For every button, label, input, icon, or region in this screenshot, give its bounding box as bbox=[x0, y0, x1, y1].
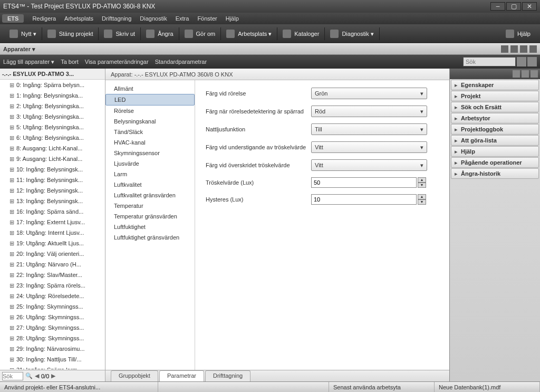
tree-item[interactable]: 28: Utgång: Skymningss... bbox=[0, 333, 105, 343]
accordion-item[interactable]: Projekt bbox=[451, 91, 539, 101]
tree-item[interactable]: 2: Utgång: Belysningska... bbox=[0, 101, 105, 111]
tree-item[interactable]: 31: Ingång: Spärra larm - bbox=[0, 365, 105, 369]
accordion-item[interactable]: Sök och Ersätt bbox=[451, 102, 539, 112]
search-opts-icon[interactable] bbox=[527, 57, 537, 66]
panel-close-icon[interactable] bbox=[529, 45, 537, 53]
tree-item[interactable]: 8: Ausgang: Licht-Kanal... bbox=[0, 143, 105, 154]
category-item[interactable]: Allmänt bbox=[105, 83, 195, 94]
arrow-left-icon[interactable] bbox=[522, 70, 529, 78]
category-item[interactable]: Tänd/Släck bbox=[105, 127, 195, 137]
minimize-button[interactable]: – bbox=[490, 2, 505, 11]
tree-item[interactable]: 0: Ingång: Spärra belysn... bbox=[0, 80, 105, 90]
search-go-icon[interactable] bbox=[517, 57, 526, 66]
arbetsplats-button[interactable]: Arbetsplats ▾ bbox=[221, 27, 277, 40]
arrow-right-icon[interactable] bbox=[531, 70, 538, 78]
menu-drifttagning[interactable]: Drifttagning bbox=[98, 14, 136, 23]
farg-sparrad-dropdown[interactable]: Röd bbox=[311, 106, 427, 117]
layout2-icon[interactable] bbox=[510, 45, 518, 53]
tree-item[interactable]: 6: Utgång: Belysningska... bbox=[0, 132, 105, 143]
tree-item[interactable]: 29: Ingång: Närvarosimu... bbox=[0, 343, 105, 354]
farg-under-dropdown[interactable]: Vitt bbox=[311, 141, 427, 153]
accordion-item[interactable]: Att göra-lista bbox=[451, 135, 539, 146]
tab-parametrar[interactable]: Parametrar bbox=[159, 370, 204, 381]
hysteres-input[interactable] bbox=[311, 194, 417, 205]
tree-item[interactable]: 20: Ingång: Välj orienteri... bbox=[0, 248, 105, 259]
stang-projekt-button[interactable]: Stäng projekt bbox=[42, 27, 99, 40]
kataloger-button[interactable]: Kataloger bbox=[277, 27, 325, 40]
tree-item[interactable]: 26: Utgång: Skymningss... bbox=[0, 312, 105, 322]
spin-down-button[interactable]: ▼ bbox=[418, 199, 426, 205]
category-item[interactable]: Larm bbox=[105, 169, 195, 179]
tree-item[interactable]: 12: Ingång: Belysningsk... bbox=[0, 185, 105, 196]
category-item[interactable]: Belysningskanal bbox=[105, 116, 195, 127]
layout3-icon[interactable] bbox=[520, 45, 527, 53]
menu-diagnostik[interactable]: Diagnostik bbox=[136, 14, 171, 23]
farg-over-dropdown[interactable]: Vitt bbox=[311, 159, 427, 171]
tree-item[interactable]: 3: Utgång: Belysningska... bbox=[0, 111, 105, 122]
hjalp-button[interactable]: Hjälp bbox=[500, 27, 536, 40]
accordion-item[interactable]: Ångra-historik bbox=[451, 168, 539, 179]
spin-up-button[interactable]: ▲ bbox=[418, 194, 426, 199]
menu-redigera[interactable]: Redigera bbox=[28, 14, 60, 23]
tree-item[interactable]: 21: Utgång: Närvaro (H... bbox=[0, 259, 105, 270]
skriv-ut-button[interactable]: Skriv ut bbox=[99, 27, 141, 40]
tree-item[interactable]: 10: Ingång: Belysningsk... bbox=[0, 164, 105, 175]
category-item[interactable]: LED bbox=[105, 94, 195, 106]
tab-gruppobjekt[interactable]: Gruppobjekt bbox=[111, 370, 158, 381]
troskel-input[interactable] bbox=[311, 177, 417, 188]
accordion-item[interactable]: Pågående operationer bbox=[451, 157, 539, 168]
tree-root[interactable]: -.-.- ESYLUX PD-ATMO 3... bbox=[0, 69, 105, 80]
standard-param-button[interactable]: Standardparametrar bbox=[155, 59, 207, 65]
menu-fonster[interactable]: Fönster bbox=[193, 14, 221, 23]
tree-item[interactable]: 11: Ingång: Belysningsk... bbox=[0, 175, 105, 185]
category-item[interactable]: Rörelse bbox=[105, 106, 195, 116]
menu-hjalp[interactable]: Hjälp bbox=[221, 14, 243, 23]
tree-item[interactable]: 18: Utgång: Internt Ljusv... bbox=[0, 227, 105, 238]
tree-item[interactable]: 22: Ingång: Slav/Master... bbox=[0, 270, 105, 280]
accordion-item[interactable]: Arbetsytor bbox=[451, 113, 539, 123]
tree-item[interactable]: 19: Utgång: Aktuellt Ljus... bbox=[0, 238, 105, 248]
diagnostik-button[interactable]: Diagnostik ▾ bbox=[325, 27, 379, 40]
tree-item[interactable]: 5: Utgång: Belysningska... bbox=[0, 122, 105, 132]
accordion-item[interactable]: Projektloggbok bbox=[451, 124, 539, 135]
category-item[interactable]: Luftkvalitet bbox=[105, 179, 195, 190]
visa-param-button[interactable]: Visa parameterändringar bbox=[85, 59, 149, 65]
search-input[interactable] bbox=[463, 57, 516, 66]
menu-extra[interactable]: Extra bbox=[171, 14, 194, 23]
category-item[interactable]: Luftfuktighet bbox=[105, 222, 195, 232]
tree-item[interactable]: 24: Utgång: Rörelsedete... bbox=[0, 291, 105, 301]
gor-om-button[interactable]: Gör om bbox=[179, 27, 221, 40]
ets-menu[interactable]: ETS bbox=[2, 14, 24, 23]
tree-item[interactable]: 27: Utgång: Skymningss... bbox=[0, 322, 105, 333]
tree-item[interactable]: 9: Ausgang: Licht-Kanal... bbox=[0, 154, 105, 164]
tree-item[interactable]: 30: Ingång: Nattljus Till/... bbox=[0, 354, 105, 365]
category-item[interactable]: Skymningssensor bbox=[105, 148, 195, 158]
lagg-till-button[interactable]: Lägg till apparater ▾ bbox=[3, 59, 54, 65]
maximize-button[interactable]: ▢ bbox=[506, 2, 521, 11]
tree-item[interactable]: 13: Ingång: Belysningsk... bbox=[0, 196, 105, 206]
menu-arbetsplats[interactable]: Arbetsplats bbox=[60, 14, 98, 23]
nattljus-dropdown[interactable]: Till bbox=[311, 123, 427, 135]
farg-rorelse-dropdown[interactable]: Grön bbox=[311, 88, 427, 99]
category-item[interactable]: Temperatur bbox=[105, 200, 195, 211]
category-item[interactable]: Luftkvalitet gränsvärden bbox=[105, 190, 195, 200]
category-item[interactable]: Luftfuktighet gränsvärden bbox=[105, 232, 195, 243]
tree-item[interactable]: 23: Ingång: Spärra rörels... bbox=[0, 280, 105, 291]
spin-up-button[interactable]: ▲ bbox=[418, 177, 426, 183]
tree-item[interactable]: 17: Ingång: Externt Ljusv... bbox=[0, 217, 105, 227]
tree-item[interactable]: 25: Ingång: Skymningss... bbox=[0, 301, 105, 312]
nytt-button[interactable]: Nytt ▾ bbox=[4, 27, 42, 40]
close-button[interactable]: ✕ bbox=[522, 2, 537, 11]
accordion-item[interactable]: Egenskaper bbox=[451, 80, 539, 90]
tree-search-input[interactable] bbox=[2, 372, 23, 380]
ta-bort-button[interactable]: Ta bort bbox=[61, 59, 79, 65]
panel-title[interactable]: Apparater ▾ bbox=[3, 46, 35, 53]
tab-drifttagning[interactable]: Drifttagning bbox=[205, 370, 250, 381]
category-item[interactable]: Temperatur gränsvärden bbox=[105, 211, 195, 222]
category-item[interactable]: HVAC-kanal bbox=[105, 137, 195, 148]
gear-icon[interactable] bbox=[513, 70, 520, 78]
spin-down-button[interactable]: ▼ bbox=[418, 183, 426, 188]
angra-button[interactable]: Ångra bbox=[141, 27, 179, 40]
accordion-item[interactable]: Hjälp bbox=[451, 146, 539, 157]
layout1-icon[interactable] bbox=[501, 45, 508, 53]
